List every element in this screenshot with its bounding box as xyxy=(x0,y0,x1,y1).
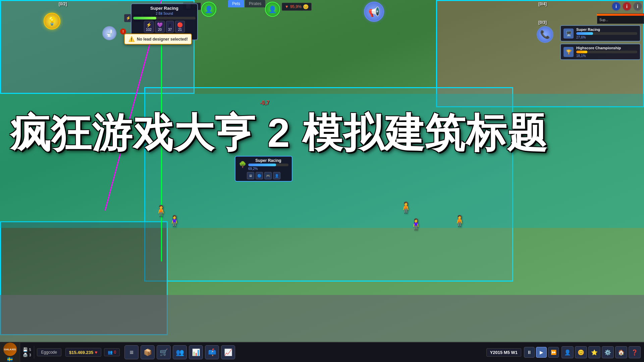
ingame-project-card[interactable]: 🌳 Super Racing 69,2% 🖥 🔵 🎮 👤 xyxy=(235,156,292,182)
home-btn[interactable]: 🏠 xyxy=(615,346,627,358)
trp-content: Sup... xyxy=(599,18,642,22)
person-icon-right[interactable]: 👤 xyxy=(265,2,280,17)
fans-display: 👥 0 xyxy=(104,348,120,356)
avatar-btn[interactable]: 😊 xyxy=(575,346,587,358)
money-display: $15.469.235 ♥ xyxy=(65,348,101,357)
ingame-progress-bar xyxy=(248,164,288,166)
person-icon-left[interactable]: 👤 xyxy=(201,2,216,17)
fast-btn[interactable]: ⏩ xyxy=(548,347,559,358)
side-project-info-2: Highscore Championship 18,1% xyxy=(576,46,637,58)
warning-icon: ⚠️ xyxy=(128,36,135,42)
counter-val-1: 5 xyxy=(29,348,31,352)
stat-box-2: 💜 20 xyxy=(155,21,165,33)
taskbar: GALAXIS 🇸🇪 💾 5 🖨️ 3 Eggcode $15.469.235 … xyxy=(0,342,644,362)
stat-icon-1: ⚡ xyxy=(146,22,152,27)
tab-pirates[interactable]: Pirates xyxy=(245,0,265,7)
side-proj-bar-2 xyxy=(576,51,637,53)
taskbar-counters: 💾 5 🖨️ 3 xyxy=(20,346,34,359)
galaxis-logo: GALAXIS xyxy=(3,343,17,356)
sweden-flag: 🇸🇪 xyxy=(7,357,13,362)
ingame-btn-4[interactable]: 👤 xyxy=(273,172,280,179)
tb-btn-cart[interactable]: 🛒 xyxy=(157,345,171,359)
tb-btn-box[interactable]: 📦 xyxy=(141,345,155,359)
tb-btn-chart[interactable]: 📊 xyxy=(189,345,203,359)
tb-counter-2: 🖨️ 3 xyxy=(23,353,31,357)
bulb-area[interactable]: 💡 xyxy=(44,13,60,29)
ingame-icon-row: 🖥 🔵 🎮 👤 xyxy=(239,172,288,179)
trp-label-1: Sup... xyxy=(599,18,608,22)
ingame-btn-1[interactable]: 🖥 xyxy=(247,172,254,179)
top-counter-right2: [0/3] xyxy=(538,20,547,25)
trp-row-1: Sup... xyxy=(599,18,642,22)
info-buttons: i i i xyxy=(611,2,642,11)
ingame-btn-2[interactable]: 🔵 xyxy=(256,172,263,179)
speed-controls: ⏸ ▶ ⏩ xyxy=(524,347,559,358)
play-btn[interactable]: ▶ xyxy=(536,347,547,358)
counter-icon-1: 💾 xyxy=(23,347,28,352)
side-panel: 🖥️ Super Racing 27,6% 🏆 Highscore Champi… xyxy=(560,25,641,62)
person-left[interactable]: 👤 xyxy=(201,2,216,17)
stat-face-icon: 😊 xyxy=(303,4,309,9)
info-btn-3[interactable]: i xyxy=(633,2,642,11)
tb-btn-package[interactable]: 📫 xyxy=(205,345,219,359)
settings-btn[interactable]: ⚙️ xyxy=(602,346,614,358)
stat-pct-value: 95,9% xyxy=(290,4,302,9)
project-stats-row: ⚡ 102 💜 20 ♪ 37 🔴 21 xyxy=(133,21,196,33)
taskbar-logo: GALAXIS 🇸🇪 xyxy=(0,342,20,362)
counter-val-2: 3 xyxy=(29,353,31,357)
toilet-icon[interactable]: 🚽 xyxy=(102,26,116,40)
character-1: 🧍 xyxy=(154,204,168,217)
tb-btn-list[interactable]: ≡ xyxy=(124,345,139,359)
orange-bar xyxy=(597,14,644,16)
character-4: 🧍‍♀️ xyxy=(409,218,423,231)
character-2: 🧍‍♀️ xyxy=(168,215,181,227)
stat-percent-display: ▼ 95,9% 😊 xyxy=(282,3,312,11)
side-proj-bar-fill-1 xyxy=(576,32,593,35)
stat-num-2: 20 xyxy=(157,28,163,32)
tab-pets[interactable]: Pets xyxy=(228,0,244,7)
side-project-icon-1: 🖥️ xyxy=(564,28,574,39)
money-value: $15.469.235 xyxy=(69,350,93,355)
stat-pct-arrow: ▼ xyxy=(285,4,289,9)
side-project-1[interactable]: 🖥️ Super Racing 27,6% xyxy=(560,25,641,42)
character-3: 🧍 xyxy=(399,201,413,214)
character-5: 🧍 xyxy=(453,215,466,227)
heart-icon: ♥ xyxy=(95,350,97,355)
side-proj-bar-fill-2 xyxy=(576,51,587,53)
stat-icon-3: ♪ xyxy=(169,22,171,27)
floating-minus: -0,7 xyxy=(260,100,269,106)
profile-btn[interactable]: 👤 xyxy=(561,346,574,358)
person-right[interactable]: 👤 xyxy=(265,2,280,17)
speaker-area[interactable]: 📢 xyxy=(364,2,384,22)
tb-btn-trending[interactable]: 📈 xyxy=(221,345,235,359)
side-project-name-1: Super Racing xyxy=(576,27,637,32)
project-progress-fill xyxy=(133,17,156,19)
star-btn[interactable]: ⭐ xyxy=(588,346,600,358)
info-btn-1[interactable]: i xyxy=(611,2,621,11)
side-proj-bar-1 xyxy=(576,32,637,35)
tb-btn-people[interactable]: 👥 xyxy=(173,345,187,359)
info-btn-2[interactable]: i xyxy=(622,2,632,11)
side-project-pct-2: 18,1% xyxy=(576,54,637,58)
ingame-card-info: Super Racing 69,2% xyxy=(248,158,288,171)
ingame-card-name: Super Racing xyxy=(248,158,288,163)
help-btn[interactable]: ❓ xyxy=(629,346,641,358)
ingame-btn-3[interactable]: 🎮 xyxy=(264,172,272,179)
stat-icon-2: 💜 xyxy=(157,22,163,27)
toilet-area[interactable]: 🚽 xyxy=(102,26,116,40)
speaker-icon[interactable]: 📢 xyxy=(364,2,384,22)
counter-icon-2: 🖨️ xyxy=(23,353,28,357)
project-card-subtitle: 2 Bit Sound xyxy=(133,12,196,15)
stat-box-3: ♪ 37 xyxy=(166,21,174,33)
company-name: Eggcode xyxy=(37,348,61,356)
phone-area[interactable]: 📞 xyxy=(537,26,553,43)
tb-counter-1: 💾 5 xyxy=(23,347,31,352)
logo-text: GALAXIS xyxy=(4,348,16,351)
phone-icon[interactable]: 📞 xyxy=(537,26,553,43)
idea-bulb-icon[interactable]: 💡 xyxy=(44,13,60,29)
fans-icon: 👥 xyxy=(108,350,113,355)
side-project-2[interactable]: 🏆 Highscore Championship 18,1% xyxy=(560,44,641,60)
ingame-tree-icon: 🌳 xyxy=(239,161,246,168)
stat-num-3: 37 xyxy=(168,28,172,32)
pause-btn[interactable]: ⏸ xyxy=(524,347,535,358)
